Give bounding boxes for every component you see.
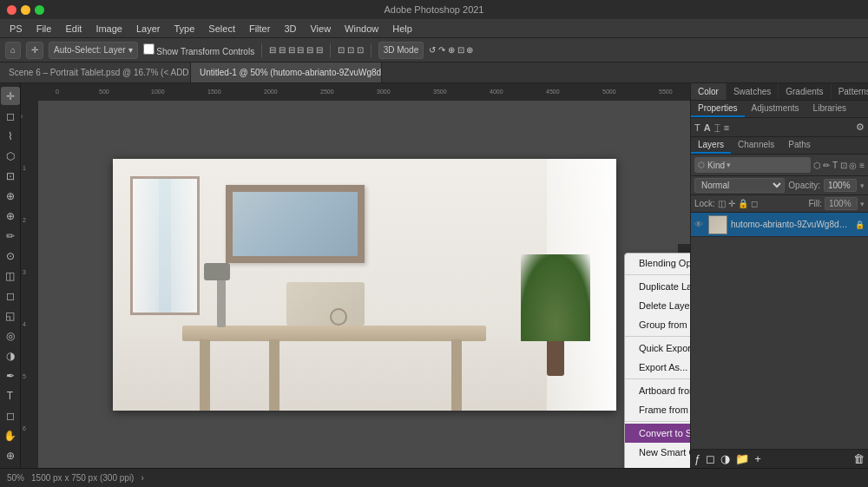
ctx-sep1 (625, 274, 690, 275)
svg-text:2: 2 (23, 217, 26, 223)
opacity-value[interactable]: 100% (824, 179, 857, 192)
layer-tab-channels[interactable]: Channels (731, 137, 781, 154)
delete-layer-btn[interactable]: 🗑 (853, 452, 865, 465)
sub-tab-libraries[interactable]: Libraries (806, 101, 853, 117)
menu-ps[interactable]: PS (3, 22, 29, 36)
eraser-tool[interactable]: ◻ (1, 286, 20, 305)
ctx-artboard-from-layers[interactable]: Artboard from Layers... (625, 381, 690, 400)
move-tool-options[interactable]: ✛ (26, 42, 43, 59)
fill-value[interactable]: 100% (825, 197, 858, 210)
traffic-lights[interactable] (7, 5, 44, 15)
blur-tool[interactable]: ◎ (1, 326, 20, 345)
add-adjustment-btn[interactable]: ◑ (720, 452, 730, 465)
chair-seat (286, 282, 365, 326)
minimize-button[interactable] (21, 5, 30, 15)
clone-tool[interactable]: ⊙ (1, 247, 20, 265)
sub-tab-properties[interactable]: Properties (691, 101, 745, 117)
menu-view[interactable]: View (304, 22, 337, 36)
text-tool[interactable]: T (1, 386, 20, 405)
ctx-duplicate-layer[interactable]: Duplicate Layer... (625, 277, 690, 296)
menubar: PS File Edit Image Layer Type Select Fil… (0, 19, 868, 38)
sub-tab-adjustments[interactable]: Adjustments (745, 101, 806, 117)
menu-edit[interactable]: Edit (59, 22, 88, 36)
ctx-blending-options[interactable]: Blending Options... (625, 253, 690, 273)
eyedropper-tool[interactable]: ⊕ (1, 187, 20, 205)
heal-tool[interactable]: ⊕ (1, 207, 20, 225)
pen-tool[interactable]: ✒ (1, 366, 20, 385)
status-arrow[interactable]: › (141, 473, 143, 483)
crop-tool[interactable]: ⊡ (1, 167, 20, 185)
ctx-convert-smart-object[interactable]: Convert to Smart Object (625, 424, 690, 443)
layer-tab-layers[interactable]: Layers (691, 137, 731, 154)
room-window (130, 176, 200, 315)
3d-mode-btn[interactable]: 3D Mode (378, 42, 424, 59)
zoom-level[interactable]: 50% (7, 473, 24, 483)
show-transform-label: Show Transform Controls (143, 43, 255, 56)
tab-scene6[interactable]: Scene 6 – Portrait Tablet.psd @ 16.7% (<… (0, 63, 191, 83)
menu-filter[interactable]: Filter (243, 22, 276, 36)
tab-gradients[interactable]: Gradients (779, 83, 831, 100)
close-button[interactable] (7, 5, 16, 15)
ctx-delete-layer[interactable]: Delete Layer (625, 296, 690, 315)
add-style-btn[interactable]: ƒ (694, 452, 700, 465)
home-button[interactable]: ⌂ (5, 42, 21, 59)
ctx-frame-from-layers[interactable]: Frame from Layers... (625, 400, 690, 419)
menu-3d[interactable]: 3D (278, 22, 302, 36)
dodge-tool[interactable]: ◑ (1, 346, 20, 365)
svg-text:4500: 4500 (546, 89, 560, 95)
menu-layer[interactable]: Layer (130, 22, 167, 36)
shape-tool[interactable]: ◻ (1, 406, 20, 424)
layer-tab-paths[interactable]: Paths (781, 137, 818, 154)
filter-icons[interactable]: ⬡ ✏ T ⊡ ◎ ≡ (813, 161, 865, 170)
brush-tool[interactable]: ✏ (1, 227, 20, 245)
history-brush-tool[interactable]: ◫ (1, 267, 20, 285)
menu-image[interactable]: Image (89, 22, 128, 36)
fill-dropdown[interactable]: ▾ (860, 200, 865, 208)
ctx-edit-contents[interactable]: Edit Contents (625, 462, 690, 468)
add-layer-btn[interactable]: + (754, 452, 761, 465)
layer-row-0[interactable]: 👁 hutomo-abrianto-9ZvuWg8deho-unsplash 🔒 (691, 213, 868, 237)
select-tool[interactable]: ◻ (1, 107, 20, 125)
layers-kind-filter[interactable]: ⬡ Kind ▾ (694, 157, 811, 173)
tab-swatches[interactable]: Swatches (727, 83, 779, 100)
typography-row: T A ⌶ ≡ ⚙ (691, 118, 868, 137)
tab-color[interactable]: Color (691, 83, 727, 100)
zoom-tool[interactable]: ⊕ (1, 446, 20, 464)
lock-artboard-icon[interactable]: ◻ (751, 199, 758, 208)
lock-all-icon[interactable]: 🔒 (738, 199, 748, 208)
layer-visibility-icon[interactable]: 👁 (694, 220, 705, 229)
add-group-btn[interactable]: 📁 (735, 452, 749, 465)
menu-file[interactable]: File (30, 22, 58, 36)
svg-text:0: 0 (21, 115, 23, 118)
ctx-group-from-layers[interactable]: Group from Layers... (625, 315, 690, 334)
ctx-new-smart-object-copy[interactable]: New Smart Object via Copy (625, 443, 690, 462)
blend-mode-select[interactable]: Normal (694, 178, 785, 193)
menu-help[interactable]: Help (386, 22, 418, 36)
auto-select-btn[interactable]: Auto-Select: Layer ▾ (49, 42, 138, 59)
lasso-tool[interactable]: ⌇ (1, 127, 20, 145)
hand-tool[interactable]: ✋ (1, 426, 20, 444)
divider3 (371, 43, 372, 57)
ctx-export-as[interactable]: Export As... (625, 358, 690, 377)
lock-position-icon[interactable]: ✛ (728, 199, 735, 208)
tab-untitled1[interactable]: Untitled-1 @ 50% (hutomo-abrianto-9ZvuWg… (191, 63, 382, 83)
gradient-tool[interactable]: ◱ (1, 306, 20, 325)
tab-patterns[interactable]: Patterns (832, 83, 868, 100)
maximize-button[interactable] (35, 5, 44, 15)
ctx-quick-export[interactable]: Quick Export as PNG (625, 339, 690, 358)
add-mask-btn[interactable]: ◻ (706, 452, 715, 465)
dropdown-icon: ▾ (128, 45, 133, 55)
move-tool[interactable]: ✛ (1, 87, 20, 105)
settings-icon[interactable]: ⚙ (856, 122, 865, 133)
opacity-dropdown[interactable]: ▾ (860, 181, 865, 190)
canvas-image[interactable] (113, 159, 616, 411)
svg-text:4000: 4000 (490, 89, 503, 95)
menu-window[interactable]: Window (339, 22, 385, 36)
show-transform-checkbox[interactable] (143, 43, 155, 55)
menu-type[interactable]: Type (168, 22, 201, 36)
lock-pixels-icon[interactable]: ◫ (718, 199, 726, 208)
divider2 (330, 43, 331, 57)
menu-select[interactable]: Select (202, 22, 241, 36)
canvas-area[interactable]: 0 500 1000 1500 2000 2500 3000 3500 4000… (21, 83, 690, 468)
magic-wand-tool[interactable]: ⬡ (1, 147, 20, 165)
